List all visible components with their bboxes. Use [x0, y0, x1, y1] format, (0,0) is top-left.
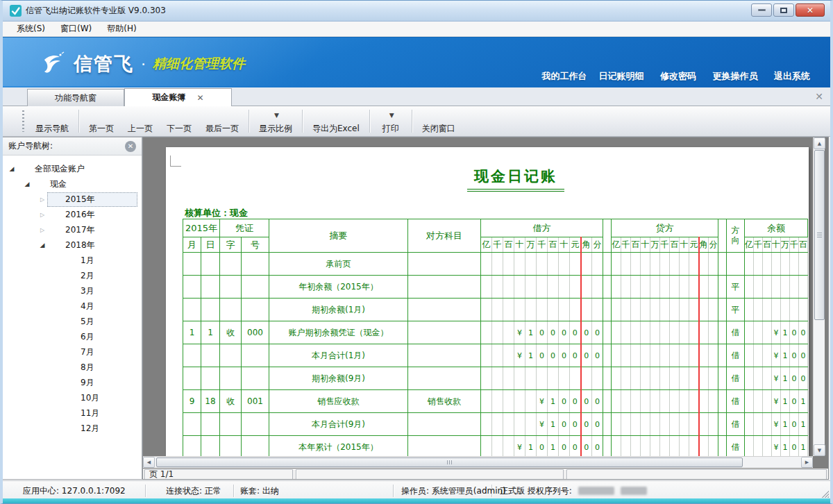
tree-item-2015年[interactable]: ▷212015年 [3, 192, 142, 207]
toolbar-button-last-page[interactable]: 最后一页 [199, 106, 246, 136]
debit-digit-cell: 0 [548, 344, 559, 367]
tree-item-9月[interactable]: 9月 [3, 375, 142, 390]
credit-digit-cell [670, 276, 680, 299]
expander-closed-icon[interactable]: ▷ [37, 196, 47, 203]
balance-digit-cell: 1 [781, 390, 790, 413]
dropdown-caret-icon[interactable]: ▼ [274, 112, 279, 119]
cell-word [220, 253, 242, 276]
scroll-down-icon[interactable]: ▼ [814, 444, 825, 456]
debit-digit-cell: 0 [581, 344, 592, 367]
calendar-icon: 21 [49, 194, 62, 205]
tree-item-8月[interactable]: 8月 [3, 360, 142, 375]
debit-digit-cell: 0 [570, 413, 581, 436]
tree-item-11月[interactable]: 11月 [3, 405, 142, 421]
banner-action-workbench-monitor[interactable]: 我的工作台 [536, 43, 593, 83]
scroll-right-icon[interactable]: ▶ [801, 457, 813, 468]
tree-node-box: 5月 [62, 314, 137, 329]
horizontal-scrollbar[interactable]: ◀ ▶ [143, 456, 813, 468]
credit-digit-cell [670, 390, 680, 413]
toolbar-button-next-page[interactable]: 下一页 [160, 106, 199, 136]
expander-open-icon[interactable]: ◢ [37, 242, 47, 249]
credit-digit-cell [621, 253, 631, 276]
cell-word [220, 367, 242, 390]
expander-open-icon[interactable]: ◢ [22, 180, 32, 187]
tree-item-1月[interactable]: 1月 [3, 253, 142, 268]
month-icon [65, 377, 77, 388]
debit-digit-header: 万 [525, 237, 537, 253]
scroll-left-icon[interactable]: ◀ [143, 457, 155, 468]
menu-item-3[interactable]: 帮助(H) [100, 22, 143, 36]
tree-item-全部现金账户[interactable]: ◢全部现金账户 [3, 161, 142, 176]
vertical-scroll-thumb[interactable] [814, 150, 825, 320]
tree-item-7月[interactable]: 7月 [3, 344, 142, 360]
tree-item-6月[interactable]: 6月 [3, 329, 142, 344]
minimize-button[interactable] [751, 3, 772, 17]
credit-digit-cell [680, 253, 689, 276]
menu-item-1[interactable]: 系统(S) [10, 22, 52, 36]
toolbar-button-print[interactable]: ▼打印 [373, 106, 409, 136]
balance-digit-cell [799, 253, 808, 276]
banner-action-journal-detail[interactable]: 日记账明细 [593, 43, 650, 83]
resize-grip[interactable] [821, 489, 829, 498]
debit-digit-cell: 0 [559, 344, 570, 367]
toolbar-button-prev-page[interactable]: 上一页 [121, 106, 160, 136]
toolbar-separator [78, 110, 79, 133]
balance-digit-cell [754, 253, 763, 276]
banner-action-label: 更换操作员 [713, 70, 758, 83]
cell-counterpart [408, 276, 481, 299]
expander-open-icon[interactable]: ◢ [7, 165, 17, 172]
tab-close-icon[interactable]: ✕ [196, 93, 203, 103]
tree-item-2月[interactable]: 2月 [3, 268, 142, 283]
toolbar-button-first-page[interactable]: 第一页 [82, 106, 121, 136]
credit-digit-cell [689, 390, 699, 413]
tree-item-2016年[interactable]: ▷212016年 [3, 207, 142, 222]
balance-digit-header: 百 [799, 237, 808, 253]
tree-item-2018年[interactable]: ◢212018年 [3, 237, 142, 253]
maximize-button[interactable] [773, 3, 794, 17]
tree-item-现金[interactable]: ◢现金 [3, 176, 142, 192]
tree-node-label: 4月 [81, 301, 94, 312]
scroll-up-icon[interactable]: ▲ [814, 137, 825, 149]
tree-node-label: 全部现金账户 [35, 163, 85, 175]
tree-item-12月[interactable]: 12月 [3, 421, 142, 436]
tab-cash-ledger[interactable]: 现金账簿✕ [124, 88, 232, 106]
debit-digit-cell: 0 [592, 344, 603, 367]
toolbar-button-close-window[interactable]: 关闭窗口 [415, 106, 462, 136]
credit-digit-header: 百 [631, 237, 641, 253]
toolbar-button-zoom-scale[interactable]: ▼显示比例 [252, 106, 299, 136]
tree-item-10月[interactable]: 10月 [3, 390, 142, 405]
panel-close-icon[interactable]: ✕ [125, 141, 136, 152]
tree-item-3月[interactable]: 3月 [3, 283, 142, 299]
cell-counterpart [408, 436, 481, 457]
horizontal-scroll-thumb[interactable] [156, 457, 743, 467]
dropdown-caret-icon[interactable]: ▼ [389, 112, 394, 119]
debit-digit-cell [525, 253, 537, 276]
tree-item-2017年[interactable]: ▷212017年 [3, 222, 142, 237]
vertical-scrollbar[interactable]: ▲ ▼ [813, 137, 825, 456]
spacer-cell [718, 299, 727, 321]
debit-digit-cell [481, 344, 492, 367]
banner-action-exit-power[interactable]: 退出系统 [764, 43, 821, 83]
banner-action-change-password-lock[interactable]: 修改密码 [650, 43, 707, 83]
tabstrip-close-icon[interactable]: ✕ [815, 91, 823, 102]
tree-item-5月[interactable]: 5月 [3, 314, 142, 329]
debit-digit-cell [492, 344, 503, 367]
tree-node-label: 现金 [50, 178, 67, 190]
close-button[interactable]: ✕ [796, 3, 825, 17]
credit-digit-cell [612, 276, 621, 299]
debit-digit-cell [492, 299, 503, 321]
menu-item-2[interactable]: 窗口(W) [53, 22, 99, 36]
toolbar-button-label: 显示比例 [259, 123, 292, 135]
tree-item-4月[interactable]: 4月 [3, 299, 142, 314]
credit-digit-cell [631, 390, 641, 413]
banner-action-switch-operator-user[interactable]: 更换操作员 [707, 43, 764, 83]
credit-digit-cell [641, 436, 650, 457]
expander-closed-icon[interactable]: ▷ [37, 212, 47, 218]
credit-digit-cell [631, 321, 641, 344]
toolbar-button-label: 显示导航 [35, 123, 69, 135]
credit-digit-cell [660, 367, 670, 390]
toolbar-button-export-excel[interactable]: 导出为Excel [305, 106, 367, 136]
toolbar-button-show-nav[interactable]: 显示导航 [28, 106, 76, 136]
tab-function-nav[interactable]: 功能导航窗 [27, 89, 124, 106]
expander-closed-icon[interactable]: ▷ [37, 227, 47, 233]
